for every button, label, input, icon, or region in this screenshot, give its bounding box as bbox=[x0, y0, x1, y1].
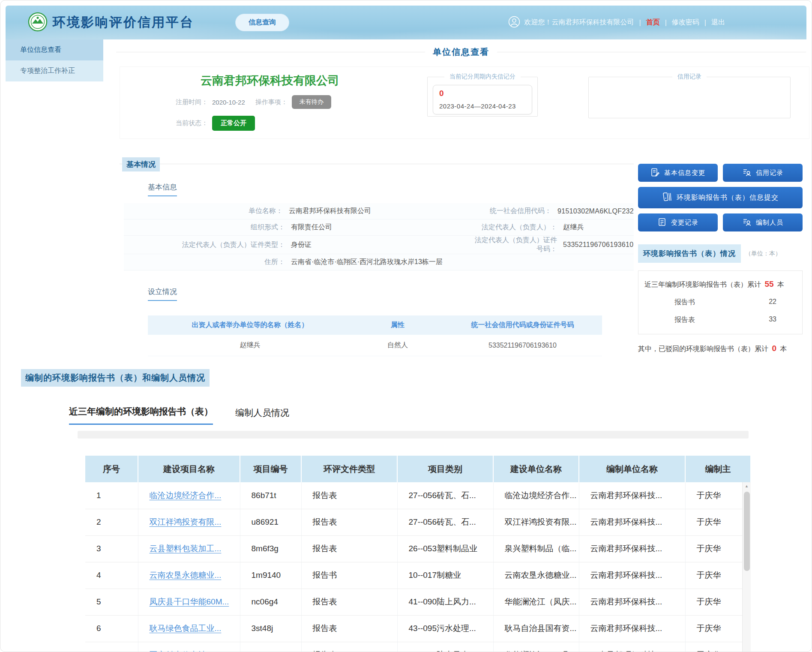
stats-rejected-unit: 本 bbox=[780, 345, 787, 352]
doc-type-cell: 报告表 bbox=[301, 509, 397, 535]
field-label: 住所： bbox=[124, 258, 291, 267]
field-label: 单位名称： bbox=[124, 207, 289, 216]
staff-button[interactable]: 编制人员 bbox=[723, 213, 803, 231]
project-name-link[interactable]: 五家村光伏电站 bbox=[138, 642, 240, 652]
category-cell: 27--056砖瓦、石... bbox=[397, 482, 493, 509]
project-name-link[interactable]: 双江祥鸿投资有限... bbox=[138, 509, 240, 535]
scroll-up-arrow[interactable]: ▲ bbox=[743, 482, 751, 490]
lead-name-cell: 于庆华 bbox=[685, 509, 751, 535]
builder-name-cell: 泉兴塑料制品（临... bbox=[493, 535, 579, 562]
stats-total-value: 55 bbox=[763, 279, 775, 288]
builder-name-cell: 云南农垦永德糖业... bbox=[493, 562, 579, 589]
tab-staff-info[interactable]: 编制人员情况 bbox=[235, 407, 289, 425]
horizontal-scrollbar[interactable] bbox=[78, 431, 749, 439]
column-header-builder: 建设单位名称 bbox=[493, 456, 579, 482]
button-label: 信用记录 bbox=[756, 169, 783, 177]
score-card: 0 2023-04-24—2024-04-23 bbox=[433, 85, 532, 114]
compiler-name-cell: 云南君邦环保科技... bbox=[579, 535, 685, 562]
info-query-button[interactable]: 信息查询 bbox=[235, 14, 289, 31]
operation-label: 操作事项： bbox=[255, 98, 288, 106]
doc-type-cell: 报告表 bbox=[301, 535, 397, 562]
credit-record-box: 信用记录 bbox=[588, 73, 791, 118]
field-value: 身份证 bbox=[291, 240, 471, 249]
investor-id: 533521196706193610 bbox=[443, 335, 602, 356]
nav-separator: | bbox=[639, 19, 641, 27]
report-table: 序号 建设项目名称 项目编号 环评文件类型 项目类别 建设单位名称 编制单位名称… bbox=[85, 456, 751, 652]
credit-record-button[interactable]: 信用记录 bbox=[723, 164, 803, 182]
tab-establishment[interactable]: 设立情况 bbox=[148, 287, 177, 301]
project-code-cell: 86b71t bbox=[240, 482, 301, 509]
seq-cell: 1 bbox=[85, 482, 138, 509]
field-value: 云南省·临沧市·临翔区·西河北路玫瑰水岸13栋一层 bbox=[291, 258, 471, 267]
document-person-icon bbox=[742, 168, 752, 178]
column-header-seq: 序号 bbox=[85, 456, 138, 482]
status-label: 当前状态： bbox=[176, 119, 208, 127]
user-avatar-icon bbox=[508, 16, 520, 30]
table-row: 4云南农垦永德糖业...1m9140报告书10--017制糖业云南农垦永德糖业.… bbox=[85, 562, 751, 589]
table-row: 6耿马绿色食品工业...3st48j报告表43--095污水处理...耿马自治县… bbox=[85, 615, 751, 642]
lead-name-cell: 于庆华 bbox=[685, 535, 751, 562]
doc-type-cell: 报告书 bbox=[301, 562, 397, 589]
project-code-cell: u86921 bbox=[240, 509, 301, 535]
report-table-container: 序号 建设项目名称 项目编号 环评文件类型 项目类别 建设单位名称 编制单位名称… bbox=[85, 456, 751, 652]
seq-cell: 3 bbox=[85, 535, 138, 562]
stats-row-report-book: 报告书 22 bbox=[644, 289, 796, 307]
credit-record-legend: 信用记录 bbox=[672, 73, 707, 81]
platform-logo-icon bbox=[28, 12, 48, 33]
project-code-cell: k83p19 bbox=[240, 642, 301, 652]
category-cell: 43--095污水处理... bbox=[397, 615, 493, 642]
stats-label: 报告表 bbox=[674, 315, 695, 324]
stats-title: 环境影响报告书（表）情况 bbox=[638, 244, 741, 263]
stats-rejected-value: 0 bbox=[770, 344, 778, 353]
document-edit-icon bbox=[650, 168, 660, 178]
score-period: 2023-04-24—2024-04-23 bbox=[439, 102, 526, 110]
scrollbar-thumb[interactable] bbox=[744, 492, 750, 571]
project-name-link[interactable]: 凤庆县干口华能60M... bbox=[138, 589, 240, 615]
report-table-body: 1临沧边境经济合作...86b71t报告表27--056砖瓦、石...临沧边境经… bbox=[85, 482, 751, 652]
field-value: 云南君邦环保科技有限公司 bbox=[289, 207, 467, 216]
column-header-project: 建设项目名称 bbox=[138, 456, 240, 482]
score-box-legend: 当前记分周期内失信记分 bbox=[444, 73, 521, 81]
table-row: 赵继兵 自然人 533521196706193610 bbox=[148, 335, 602, 356]
field-label: 组织形式： bbox=[124, 223, 291, 232]
compiler-name-cell: 云南君邦环保科技... bbox=[579, 589, 685, 615]
field-label: 法定代表人（负责人）： bbox=[471, 223, 563, 232]
project-name-link[interactable]: 云县塑料包装加工... bbox=[138, 535, 240, 562]
basic-info-form: 单位名称： 云南君邦环保科技有限公司 统一社会信用代码： 91510302MA6… bbox=[124, 203, 634, 270]
nav-separator: | bbox=[665, 19, 667, 27]
compiler-name-cell: 云南君邦环保科技... bbox=[579, 509, 685, 535]
lead-name-cell: 于庆华 bbox=[685, 562, 751, 589]
nav-change-password-link[interactable]: 修改密码 bbox=[672, 18, 699, 27]
establishment-table: 出资人或者举办单位等的名称（姓名） 属性 统一社会信用代码或身份证件号码 赵继兵… bbox=[148, 315, 602, 356]
score-box: 当前记分周期内失信记分 0 2023-04-24—2024-04-23 bbox=[427, 73, 538, 117]
compiler-name-cell: 云南君邦环保科技... bbox=[579, 642, 685, 652]
stats-unit-note: （单位：本） bbox=[745, 250, 781, 258]
main-panel: 单位信息查看 云南君邦环保科技有限公司 注册时间： 2020-10-22 操作事… bbox=[111, 46, 809, 356]
project-name-link[interactable]: 耿马绿色食品工业... bbox=[138, 615, 240, 642]
report-submit-button[interactable]: 环境影响报告书（表）信息提交 bbox=[638, 187, 803, 208]
status-badge: 正常公开 bbox=[212, 116, 255, 131]
nav-logout-link[interactable]: 退出 bbox=[711, 18, 725, 27]
column-header-category: 项目类别 bbox=[397, 456, 493, 482]
lead-name-cell: 于庆华 bbox=[685, 642, 751, 652]
builder-name-cell: 临沧边境经济合作... bbox=[493, 482, 579, 509]
stats-value: 22 bbox=[769, 298, 776, 307]
basic-info-change-button[interactable]: 基本信息变更 bbox=[638, 164, 718, 182]
tab-basic-info[interactable]: 基本信息 bbox=[148, 182, 177, 196]
project-name-link[interactable]: 临沧边境经济合作... bbox=[138, 482, 240, 509]
project-name-link[interactable]: 云南农垦永德糖业... bbox=[138, 562, 240, 589]
tab-recent-reports[interactable]: 近三年编制的环境影响报告书（表） bbox=[69, 406, 213, 425]
sidebar-item-unit-info[interactable]: 单位信息查看 bbox=[6, 39, 103, 60]
nav-home-link[interactable]: 首页 bbox=[646, 18, 660, 27]
investor-name: 赵继兵 bbox=[148, 335, 352, 356]
change-record-button[interactable]: 变更记录 bbox=[638, 213, 718, 231]
doc-type-cell: 报告表 bbox=[301, 589, 397, 615]
form-row: 住所： 云南省·临沧市·临翔区·西河北路玫瑰水岸13栋一层 bbox=[124, 254, 634, 270]
sidebar-item-special-rectify[interactable]: 专项整治工作补正 bbox=[6, 60, 103, 81]
builder-name-cell: 华能澜沧江（云县... bbox=[493, 642, 579, 652]
top-nav: 欢迎您！云南君邦环保科技有限公司 | 首页 | 修改密码 | 退出 bbox=[508, 16, 725, 30]
reports-section-title: 编制的环境影响报告书（表）和编制人员情况 bbox=[21, 369, 210, 387]
reports-tabs: 近三年编制的环境影响报告书（表） 编制人员情况 bbox=[69, 406, 809, 425]
vertical-scrollbar[interactable]: ▲ bbox=[742, 482, 751, 652]
table-row: 2双江祥鸿投资有限...u86921报告表27--056砖瓦、石...双江祥鸿投… bbox=[85, 509, 751, 535]
